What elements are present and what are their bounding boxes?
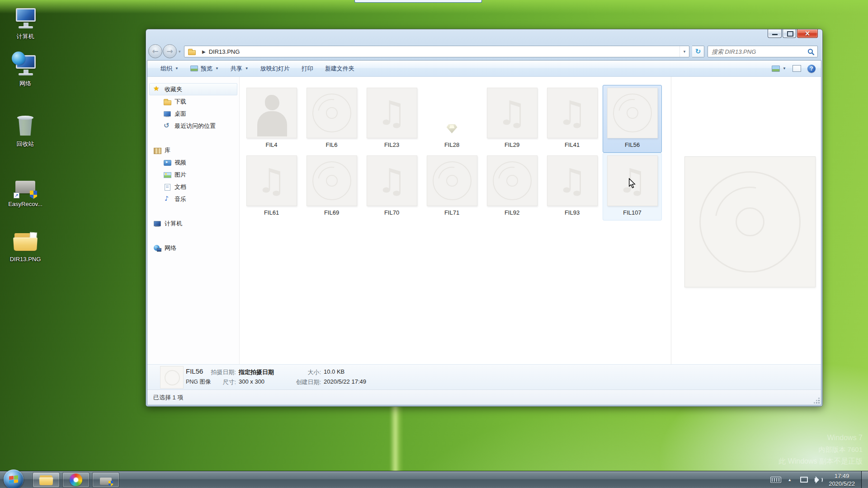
history-dropdown-icon[interactable]: ▾ — [179, 49, 181, 54]
sidebar-item-label: 文档 — [175, 183, 186, 191]
details-field-label: 尺寸: — [193, 378, 236, 386]
search-icon — [807, 48, 815, 56]
file-tile[interactable]: FIL92 — [482, 153, 542, 221]
sidebar-item[interactable]: 库 — [149, 144, 237, 156]
toolbar-button[interactable]: 打印 ▼ — [297, 62, 318, 75]
sidebar-item[interactable]: 桌面 — [149, 108, 237, 120]
toolbar-items: 组织 ▼ 预览 ▼ 共享 ▼ — [156, 62, 772, 75]
details-field-value[interactable]: 指定拍摄日期 — [239, 368, 274, 376]
forward-button[interactable]: → — [163, 44, 177, 58]
windows-logo-icon — [9, 475, 18, 483]
file-tile[interactable]: FIL69 — [302, 153, 361, 221]
file-tile[interactable]: FIL29 — [482, 85, 542, 153]
desktop-icon[interactable]: 计算机 — [3, 6, 48, 41]
sidebar-item-icon — [153, 86, 161, 93]
toolbar-button[interactable]: 预览 ▼ — [185, 62, 224, 75]
show-hidden-icons-button[interactable]: ▲ — [788, 478, 792, 482]
sidebar-item[interactable]: 图片 — [149, 169, 237, 181]
toolbar-button[interactable]: 放映幻灯片 ▼ — [255, 62, 295, 75]
start-button[interactable] — [4, 469, 24, 488]
details-pane: FIL56 PNG 图像 拍摄日期: 指定拍摄日期 尺寸: 300 x 300 … — [147, 364, 821, 389]
file-thumbnail — [607, 88, 658, 138]
minimize-button[interactable] — [768, 29, 782, 38]
address-dropdown-icon[interactable]: ▾ — [679, 46, 689, 57]
breadcrumb[interactable]: DIR13.PNG — [209, 48, 240, 55]
file-thumbnail-glyph — [377, 164, 406, 197]
file-tile[interactable]: FIL61 — [242, 153, 301, 221]
search-box — [708, 46, 818, 57]
sidebar-item[interactable]: 最近访问的位置 — [149, 120, 237, 132]
file-tile[interactable]: FIL28 — [422, 85, 481, 153]
file-tile[interactable]: FIL6 — [302, 85, 361, 153]
file-thumbnail-glyph — [249, 90, 294, 136]
windows-activation-watermark: Windows 7 内部版本 7601 此 Windows 副本不是正版 — [778, 432, 863, 467]
sidebar-item[interactable]: 视频 — [149, 156, 237, 169]
file-thumbnail — [427, 88, 477, 138]
file-tile[interactable]: FIL23 — [362, 85, 421, 153]
file-thumbnail — [367, 88, 417, 138]
back-button[interactable]: ← — [148, 44, 162, 58]
file-thumbnail-glyph — [312, 94, 351, 132]
desktop-icon[interactable]: DIR13.PNG — [3, 230, 48, 263]
command-bar: 组织 ▼ 预览 ▼ 共享 ▼ — [147, 61, 821, 77]
volume-icon[interactable] — [814, 476, 823, 484]
taskbar-app-button[interactable] — [62, 472, 90, 488]
close-button[interactable] — [797, 29, 818, 38]
file-tile[interactable]: FIL93 — [542, 153, 602, 221]
file-tile[interactable]: FIL71 — [422, 153, 481, 221]
file-tile[interactable]: FIL4 — [242, 85, 301, 153]
refresh-button[interactable]: ↻ — [692, 46, 704, 57]
search-input[interactable] — [711, 47, 801, 56]
taskbar-app-icon — [69, 474, 83, 486]
breadcrumb-chevron-icon: ▶ — [202, 49, 206, 54]
file-thumbnail-glyph — [557, 96, 587, 130]
clock[interactable]: 17:49 2020/5/22 — [829, 472, 855, 488]
change-view-button[interactable]: ▼ — [772, 66, 786, 72]
details-field-value: 10.0 KB — [324, 368, 344, 375]
sidebar-item-label: 音乐 — [175, 195, 186, 203]
taskbar-apps — [33, 472, 119, 488]
toolbar-button[interactable]: 共享 ▼ — [226, 62, 254, 75]
sidebar-item-label: 图片 — [175, 171, 186, 179]
maximize-button[interactable] — [783, 29, 796, 38]
help-button[interactable]: ? — [807, 65, 816, 73]
clock-time: 17:49 — [829, 472, 855, 480]
file-thumbnail-glyph — [256, 164, 286, 197]
file-thumbnail — [307, 88, 357, 138]
file-tile[interactable]: FIL41 — [542, 85, 602, 153]
desktop-icon[interactable]: EasyRecov... — [3, 174, 48, 207]
desktop-icon[interactable]: 网络 — [3, 53, 48, 88]
file-thumbnail-glyph — [497, 96, 527, 130]
sidebar-item-icon — [163, 122, 171, 130]
resize-grip[interactable] — [814, 398, 820, 404]
file-tile[interactable]: FIL70 — [362, 153, 421, 221]
sidebar-item[interactable]: 网络 — [149, 242, 237, 254]
file-thumbnail-glyph — [447, 124, 458, 133]
file-name-label: FIL23 — [384, 141, 399, 148]
desktop-icon[interactable]: 回收站 — [3, 114, 48, 148]
file-name-label: FIL92 — [505, 209, 519, 216]
file-name-label: FIL107 — [623, 209, 641, 216]
toolbar-button[interactable]: 组织 ▼ — [156, 62, 184, 75]
file-tile[interactable]: FIL56 — [603, 85, 662, 153]
sidebar-item[interactable]: 下载 — [149, 95, 237, 108]
taskbar-app-button[interactable] — [33, 472, 60, 488]
preview-image — [684, 156, 816, 287]
file-thumbnail — [246, 155, 297, 206]
sidebar-item[interactable]: 音乐 — [149, 193, 237, 205]
desktop-icon-label: 网络 — [3, 80, 48, 88]
address-bar[interactable]: ▶ DIR13.PNG ▾ — [184, 46, 689, 57]
input-method-icon[interactable] — [770, 477, 781, 483]
file-thumbnail — [487, 88, 538, 138]
hidden-window-edge[interactable] — [354, 0, 482, 3]
desktop-icon-column: 计算机 网络 回收站 EasyRecov... — [3, 6, 48, 296]
preview-pane-toggle-button[interactable] — [793, 65, 801, 72]
taskbar-app-button[interactable] — [92, 472, 119, 488]
sidebar-item[interactable]: 文档 — [149, 181, 237, 193]
sidebar-item[interactable]: 收藏夹 — [149, 83, 237, 95]
file-name-label: FIL29 — [505, 141, 519, 148]
network-tray-icon[interactable] — [799, 476, 808, 484]
show-desktop-button[interactable] — [861, 471, 868, 488]
toolbar-button[interactable]: 新建文件夹 ▼ — [320, 62, 359, 75]
sidebar-item[interactable]: 计算机 — [149, 217, 237, 230]
